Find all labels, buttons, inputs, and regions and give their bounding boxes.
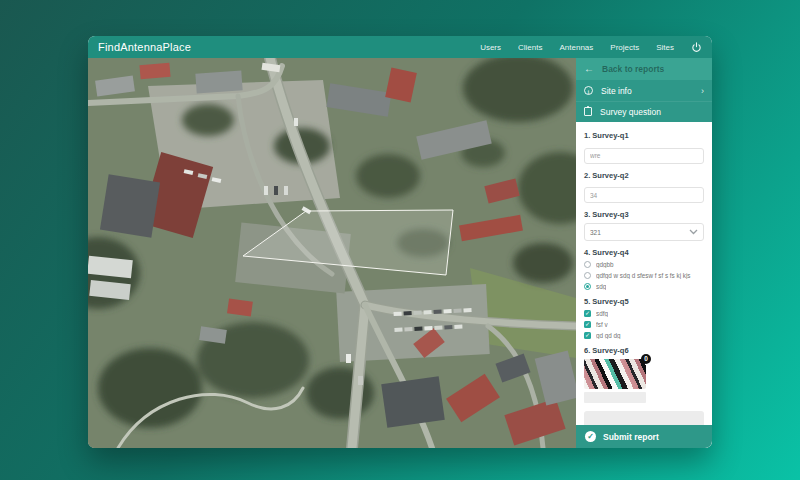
clipboard-icon xyxy=(584,107,592,116)
nav-item-clients[interactable]: Clients xyxy=(518,43,542,52)
q4-label: 4. Survey-q4 xyxy=(584,248,704,257)
info-icon: i xyxy=(584,86,593,95)
site-info-label: Site info xyxy=(601,86,632,96)
back-to-reports-button[interactable]: ← Back to reports xyxy=(576,58,712,80)
checkbox-checked-icon[interactable]: ✓ xyxy=(584,321,591,328)
nav-item-users[interactable]: Users xyxy=(480,43,501,52)
q6-image-caption xyxy=(584,392,646,403)
q1-label: 1. Survey-q1 xyxy=(584,131,704,140)
submit-report-button[interactable]: ✓ Submit report xyxy=(576,425,712,448)
nav-menu: Users Clients Antennas Projects Sites xyxy=(480,42,702,53)
q4-option-3[interactable]: sdg xyxy=(584,283,704,290)
back-to-reports-label: Back to reports xyxy=(602,64,664,74)
nav-item-antennas[interactable]: Antennas xyxy=(559,43,593,52)
survey-question-label: Survey question xyxy=(600,107,661,117)
q3-selected-value: 321 xyxy=(590,229,601,236)
q6-image-thumbnail[interactable]: 0 xyxy=(584,359,646,389)
submit-report-label: Submit report xyxy=(603,432,659,442)
q4-option-2[interactable]: gdfgd w sdg d sfesw f sf s fs kj kjs xyxy=(584,272,704,279)
back-arrow-icon: ← xyxy=(584,64,594,74)
app-title: FindAntennaPlace xyxy=(98,41,191,53)
chevron-right-icon: › xyxy=(701,86,704,96)
app-window: FindAntennaPlace Users Clients Antennas … xyxy=(88,36,712,448)
q5-option-2[interactable]: ✓ fsf v xyxy=(584,321,704,328)
nav-item-projects[interactable]: Projects xyxy=(610,43,639,52)
radio-unselected-icon[interactable] xyxy=(584,272,591,279)
q4-option-3-label: sdg xyxy=(596,283,606,290)
q2-input[interactable] xyxy=(584,187,704,203)
checkbox-checked-icon[interactable]: ✓ xyxy=(584,332,591,339)
image-count-badge[interactable]: 0 xyxy=(641,354,651,364)
q5-option-3[interactable]: ✓ gd gd dg xyxy=(584,332,704,339)
q4-option-1-label: gdgbb xyxy=(596,261,614,268)
q5-option-2-label: fsf v xyxy=(596,321,608,328)
q4-option-2-label: gdfgd w sdg d sfesw f sf s fs kj kjs xyxy=(596,272,691,279)
radio-unselected-icon[interactable] xyxy=(584,261,591,268)
q5-option-1-label: sdfg xyxy=(596,310,608,317)
satellite-map[interactable] xyxy=(88,58,576,448)
right-sidebar: ← Back to reports i Site info › Survey q… xyxy=(576,58,712,448)
q3-label: 3. Survey-q3 xyxy=(584,210,704,219)
q5-option-3-label: gd gd dg xyxy=(596,332,621,339)
sidebar-item-survey-question[interactable]: Survey question xyxy=(576,101,712,122)
check-circle-icon: ✓ xyxy=(585,431,596,442)
q5-label: 5. Survey-q5 xyxy=(584,297,704,306)
q3-select[interactable]: 321 xyxy=(584,223,704,241)
checkbox-checked-icon[interactable]: ✓ xyxy=(584,310,591,317)
image-placeholder[interactable] xyxy=(584,411,704,425)
q4-option-1[interactable]: gdgbb xyxy=(584,261,704,268)
q2-label: 2. Survey-q2 xyxy=(584,171,704,180)
power-icon[interactable] xyxy=(691,42,702,53)
sidebar-item-site-info[interactable]: i Site info › xyxy=(576,80,712,101)
radio-selected-icon[interactable] xyxy=(584,283,591,290)
q1-input[interactable] xyxy=(584,148,704,164)
top-navbar: FindAntennaPlace Users Clients Antennas … xyxy=(88,36,712,58)
survey-form: 1. Survey-q1 2. Survey-q2 3. Survey-q3 3… xyxy=(576,122,712,425)
nav-item-sites[interactable]: Sites xyxy=(656,43,674,52)
chevron-down-icon xyxy=(689,229,698,235)
q5-option-1[interactable]: ✓ sdfg xyxy=(584,310,704,317)
